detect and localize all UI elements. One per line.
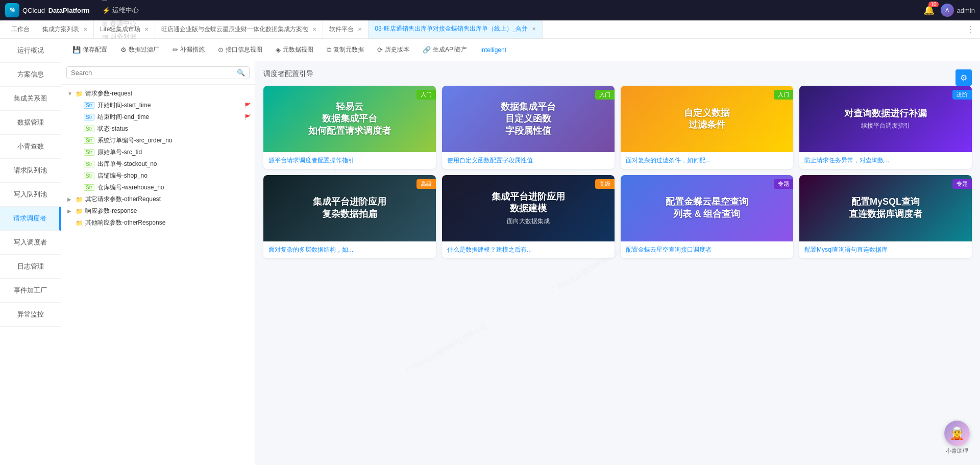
card-image: 轻易云数据集成平台如何配置请求调度者 入门 [263, 86, 436, 152]
toolbar-btn-gen-api[interactable]: 🔗生成API资产 [416, 43, 473, 57]
sidebar-item-xiao-query[interactable]: 小青查数 [0, 135, 61, 159]
notification-button[interactable]: 🔔 10 [923, 5, 935, 16]
tab-close-software[interactable]: ✕ [358, 27, 362, 32]
tool-icon-meta-view: ◈ [276, 46, 281, 54]
card-body: 配置Mysql查询语句直连数据库 [799, 241, 972, 258]
sidebar-items: 运行概况方案信息集成关系图数据管理小青查数请求队列池写入队列池请求调度者写入调度… [0, 39, 61, 327]
nav-icon-data-integration: △ [102, 0, 107, 1]
toolbar-btn-save-config[interactable]: 💾保存配置 [66, 43, 113, 57]
tab-main-tab[interactable]: 旺店通企业版与金蝶云星辰业财一体化数据集成方案包✕ [155, 20, 323, 39]
card-tag: 进阶 [952, 90, 972, 100]
guide-card-card-6[interactable]: 集成平台进阶应用数据建模 面向大数据集成 高级 什么是数据建模？建模之后有... [442, 175, 615, 258]
tree-node-response[interactable]: ▶📁响应参数-response [61, 205, 255, 217]
toolbar-btn-interface-view[interactable]: ⊙接口信息视图 [212, 43, 268, 57]
tree-node-other-resp[interactable]: 📁其他响应参数-otherResponse [61, 217, 255, 229]
notification-count: 10 [928, 2, 938, 7]
tab-lite-market[interactable]: Lite轻集成市场✕ [94, 20, 155, 39]
toolbar-btn-history[interactable]: ⟳历史版本 [371, 43, 415, 57]
type-badge-str: Str [84, 149, 94, 156]
nav-item-data-integration[interactable]: △数据集成方案 [97, 0, 154, 4]
tree-node-end-time[interactable]: Str结束时间-end_time🚩 [61, 111, 255, 123]
guide-card-card-3[interactable]: 自定义数据过滤条件 入门 面对复杂的过滤条件，如何配... [621, 86, 793, 169]
sidebar-item-request-queue[interactable]: 请求队列池 [0, 159, 61, 183]
sidebar-item-overview[interactable]: 运行概况 [0, 39, 61, 63]
toolbar-buttons: 💾保存配置⚙数据过滤厂✏补漏措施⊙接口信息视图◈元数据视图⧉复制元数据⟳历史版本… [66, 43, 512, 57]
tree-container: ▼📁请求参数-requestStr开始时间-start_time🚩Str结束时间… [61, 85, 255, 465]
sidebar-item-integration-map[interactable]: 集成关系图 [0, 87, 61, 111]
card-body: 使用自定义函数配置字段属性值 [442, 152, 615, 169]
sidebar-item-write-tuner[interactable]: 写入调度者 [0, 231, 61, 255]
toolbar-btn-intelligent[interactable]: intelligent [474, 44, 512, 56]
card-desc: 面对复杂的过滤条件，如何配... [626, 156, 788, 165]
guide-card-card-5[interactable]: 集成平台进阶应用复杂数据拍扁 高级 面对复杂的多层数据结构，如... [263, 175, 436, 258]
folder-icon: 📁 [76, 90, 83, 97]
tab-close-main-tab[interactable]: ✕ [312, 27, 316, 32]
toolbar-btn-copy-data[interactable]: ⧉复制元数据 [321, 43, 370, 57]
card-image: 对查询数据进行补漏 续接平台调度指引 进阶 [799, 86, 972, 152]
tab-current[interactable]: 03-旺店通销售出库单对接金蝶销售出库单（线上）_合并✕ [369, 20, 543, 39]
tree-node-status[interactable]: Str状态-status [61, 123, 255, 135]
sidebar-item-request-tuner[interactable]: 请求调度者 [0, 207, 61, 231]
tool-icon-history: ⟳ [377, 46, 383, 54]
tree-node-shop-no[interactable]: Str店铺编号-shop_no [61, 170, 255, 182]
card-body: 面对复杂的多层数据结构，如... [263, 241, 436, 258]
assistant-label: 小青助理 [946, 447, 968, 455]
card-image: 自定义数据过滤条件 入门 [621, 86, 793, 152]
tree-node-src-tid[interactable]: Str原始单号-src_tid [61, 146, 255, 158]
assistant-button[interactable]: 🧝 小青助理 [944, 421, 970, 455]
tab-more-button[interactable]: ⋮ [967, 25, 975, 34]
card-body: 源平台请求调度者配置操作指引 [263, 152, 436, 169]
card-body: 防止请求任务异常，对查询数... [799, 152, 972, 169]
card-image: 配置MySQL查询直连数据库调度者 专题 [799, 175, 972, 241]
top-navigation: 轻 QCloud DataPlatform 🖥工作台⚡Lite 轻集成◎API … [0, 0, 980, 20]
card-tag: 入门 [416, 90, 436, 100]
card-desc: 配置Mysql查询语句直连数据库 [804, 246, 967, 254]
tab-software[interactable]: 软件平台✕ [323, 20, 369, 39]
sidebar-item-write-queue[interactable]: 写入队列池 [0, 183, 61, 207]
sidebar-item-event-factory[interactable]: 事件加工厂 [0, 279, 61, 303]
tab-bar: 工作台集成方案列表✕Lite轻集成市场✕旺店通企业版与金蝶云星辰业财一体化数据集… [0, 20, 980, 39]
tab-workbench[interactable]: 工作台 [5, 20, 36, 39]
search-input[interactable] [71, 69, 237, 77]
guide-title: 调度者配置引导 [263, 69, 972, 79]
toolbar-btn-data-filter[interactable]: ⚙数据过滤厂 [114, 43, 165, 57]
sidebar-item-log-mgmt[interactable]: 日志管理 [0, 255, 61, 279]
card-image: 集成平台进阶应用复杂数据拍扁 高级 [263, 175, 436, 241]
settings-float-button[interactable]: ⚙ [955, 69, 972, 86]
tab-solution-list[interactable]: 集成方案列表✕ [36, 20, 94, 39]
guide-card-card-1[interactable]: 轻易云数据集成平台如何配置请求调度者 入门 源平台请求调度者配置操作指引 [263, 86, 436, 169]
tree-node-start-time[interactable]: Str开始时间-start_time🚩 [61, 100, 255, 111]
card-image: 集成平台进阶应用数据建模 面向大数据集成 高级 [442, 175, 615, 241]
cards-grid: 轻易云数据集成平台如何配置请求调度者 入门 源平台请求调度者配置操作指引 数据集… [263, 86, 972, 258]
admin-label: admin [957, 7, 975, 14]
sidebar-item-data-mgmt[interactable]: 数据管理 [0, 111, 61, 135]
sidebar-item-solution-info[interactable]: 方案信息 [0, 63, 61, 87]
tree-node-other-req[interactable]: ▶📁其它请求参数-otherRequest [61, 193, 255, 205]
admin-avatar: A [941, 4, 954, 17]
toolbar-btn-meta-view[interactable]: ◈元数据视图 [270, 43, 320, 57]
guide-card-card-4[interactable]: 对查询数据进行补漏 续接平台调度指引 进阶 防止请求任务异常，对查询数... [799, 86, 972, 169]
tree-node-req-params[interactable]: ▼📁请求参数-request [61, 88, 255, 100]
admin-menu[interactable]: A admin [941, 4, 975, 17]
tab-close-current[interactable]: ✕ [532, 26, 536, 32]
tool-icon-save-config: 💾 [72, 46, 81, 54]
card-tag: 入门 [595, 90, 615, 100]
tree-node-stockout-no[interactable]: Str出库单号-stockout_no [61, 158, 255, 170]
tab-close-solution-list[interactable]: ✕ [83, 27, 87, 32]
flag-icon: 🚩 [244, 103, 251, 108]
sidebar-item-anomaly-monitor[interactable]: 异常监控 [0, 303, 61, 327]
tool-icon-gen-api: 🔗 [423, 46, 431, 54]
card-desc: 源平台请求调度者配置操作指引 [268, 156, 431, 165]
tree-node-warehouse-no[interactable]: Str仓库编号-warehouse_no [61, 182, 255, 193]
tree-node-src-order-no[interactable]: Str系统订单编号-src_order_no [61, 135, 255, 146]
app-logo[interactable]: 轻 QCloud DataPlatform [5, 3, 90, 17]
tab-close-lite-market[interactable]: ✕ [144, 27, 149, 32]
nav-item-ops[interactable]: ⚡运维中心 [97, 4, 154, 17]
search-bar: 🔍 [61, 61, 255, 85]
guide-card-card-7[interactable]: 配置金蝶云星空查询列表 & 组合查询 专题 配置金蝶云星空查询接口调度者 [621, 175, 793, 258]
content-area: 💾保存配置⚙数据过滤厂✏补漏措施⊙接口信息视图◈元数据视图⧉复制元数据⟳历史版本… [61, 39, 980, 465]
guide-card-card-8[interactable]: 配置MySQL查询直连数据库调度者 专题 配置Mysql查询语句直连数据库 [799, 175, 972, 258]
card-image: 数据集成平台目定义函数字段属性值 入门 [442, 86, 615, 152]
guide-card-card-2[interactable]: 数据集成平台目定义函数字段属性值 入门 使用自定义函数配置字段属性值 [442, 86, 615, 169]
toolbar-btn-supplement[interactable]: ✏补漏措施 [166, 43, 211, 57]
